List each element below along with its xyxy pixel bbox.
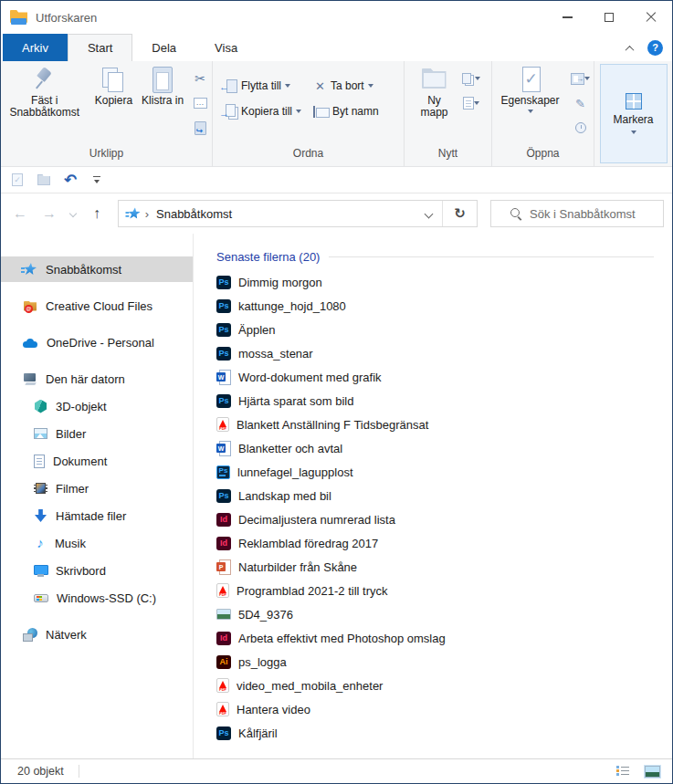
edit-button[interactable] xyxy=(569,92,593,114)
file-row-dimmig-morgon[interactable]: Dimmig morgon xyxy=(216,270,661,294)
file-row-kålfjäril[interactable]: Kålfjäril xyxy=(216,721,661,745)
copy-path-button[interactable] xyxy=(188,92,212,114)
file-row-landskap-med-bil[interactable]: Landskap med bil xyxy=(216,484,661,507)
ribbon: Fäst i Snabbåtkomst Kopiera Klistra in U… xyxy=(1,61,672,167)
search-input[interactable] xyxy=(530,207,663,221)
file-row-mossa-stenar[interactable]: mossa_stenar xyxy=(216,341,661,365)
search-box[interactable] xyxy=(490,200,664,227)
properties-label: Egenskaper xyxy=(500,95,559,107)
file-row-äpplen[interactable]: Äpplen xyxy=(216,318,661,341)
properties-button[interactable]: Egenskaper xyxy=(494,64,567,113)
rename-button[interactable]: Byt namn xyxy=(311,99,399,124)
paste-icon xyxy=(152,66,173,95)
tab-start[interactable]: Start xyxy=(68,34,132,61)
photoshop-file-icon xyxy=(216,347,231,361)
file-row-lunnefagel-lagupplost[interactable]: lunnefagel_lagupplost xyxy=(216,460,661,484)
delete-x-icon xyxy=(313,79,327,93)
new-item-button[interactable] xyxy=(459,92,483,114)
sidebar-item-bilder[interactable]: Bilder xyxy=(1,421,193,446)
windows-drive-icon xyxy=(34,594,48,602)
creative-cloud-icon xyxy=(23,299,37,313)
sidebar-item-creative-cloud-files[interactable]: Creative Cloud Files xyxy=(1,293,193,319)
sidebar-item-windows-ssd-c[interactable]: Windows-SSD (C:) xyxy=(1,585,193,611)
recent-locations-button[interactable] xyxy=(65,201,81,226)
photoshop-file-icon xyxy=(216,727,231,740)
history-button[interactable] xyxy=(569,117,593,139)
select-button[interactable]: Markera xyxy=(600,64,668,163)
tab-visa[interactable]: Visa xyxy=(195,34,257,61)
sidebar-item-snabbåtkomst[interactable]: Snabbåtkomst xyxy=(1,256,193,282)
tab-arkiv[interactable]: Arkiv xyxy=(3,34,68,61)
rename-label: Byt namn xyxy=(332,105,379,118)
file-row-reklamblad-föredrag-2017[interactable]: Reklamblad föredrag 2017 xyxy=(216,531,661,555)
tabrow-right: ? xyxy=(626,34,672,61)
sidebar-item-hämtade-filer[interactable]: Hämtade filer xyxy=(1,503,193,528)
file-row-5d4-9376[interactable]: 5D4_9376 xyxy=(216,602,661,626)
up-button[interactable] xyxy=(83,201,110,226)
sidebar-item-nätverk[interactable]: Nätverk xyxy=(1,622,193,647)
sidebar-item-dokument[interactable]: Dokument xyxy=(1,448,193,474)
new-folder-button[interactable]: Ny mapp xyxy=(414,64,456,119)
minimize-button[interactable] xyxy=(546,1,588,34)
move-to-button[interactable]: Flytta till xyxy=(218,73,311,99)
file-row-word-dokument-med-grafik[interactable]: Word-dokument med grafik xyxy=(216,365,661,389)
videos-icon xyxy=(34,483,47,494)
file-row-programblad-2021-2-till-tryck[interactable]: Programblad 2021-2 till tryck xyxy=(216,579,661,602)
forward-button[interactable] xyxy=(36,201,63,226)
paste-shortcut-button[interactable] xyxy=(188,117,212,139)
downloads-icon xyxy=(35,509,47,522)
sidebar-item-den-här-datorn[interactable]: Den här datorn xyxy=(1,366,193,392)
section-title[interactable]: Senaste filerna (20) xyxy=(216,250,320,264)
sidebar-item-filmer[interactable]: Filmer xyxy=(1,476,193,501)
paste-button[interactable]: Klistra in xyxy=(139,64,186,107)
details-view-button[interactable] xyxy=(612,762,634,780)
sidebar-item-skrivbord[interactable]: Skrivbord xyxy=(1,558,193,583)
address-bar[interactable]: Snabbåtkomst xyxy=(118,200,478,227)
tab-dela[interactable]: Dela xyxy=(132,34,195,61)
copy-to-button[interactable]: Kopiera till xyxy=(218,99,311,124)
thumbnails-view-button[interactable] xyxy=(641,762,663,780)
file-row-blanketter-och-avtal[interactable]: Blanketter och avtal xyxy=(216,436,661,460)
pin-to-quick-access-button[interactable]: Fäst i Snabbåtkomst xyxy=(1,64,89,119)
file-row-video-med-mobila-enheter[interactable]: video_med_mobila_enheter xyxy=(216,674,661,697)
file-name: 5D4_9376 xyxy=(238,608,293,622)
open-icon xyxy=(571,73,584,85)
properties-page-icon xyxy=(12,173,23,186)
breadcrumb-item[interactable]: Snabbåtkomst xyxy=(152,207,236,221)
back-button[interactable] xyxy=(6,201,34,226)
file-row-arbeta-effektivt-med-photoshop-omslag[interactable]: Arbeta effektivt med Photoshop omslag xyxy=(216,626,661,650)
file-name: Kålfjäril xyxy=(238,727,278,740)
file-row-blankett-anställning-f-tidsbegränsat[interactable]: Blankett Anställning F Tidsbegränsat xyxy=(216,413,661,436)
illustrator-file-icon xyxy=(216,655,231,669)
chevron-down-icon xyxy=(424,209,433,218)
delete-button[interactable]: Ta bort xyxy=(311,73,399,99)
sidebar-item-onedrive-personal[interactable]: OneDrive - Personal xyxy=(1,329,193,355)
file-row-ps-logga[interactable]: ps_logga xyxy=(216,650,661,674)
sidebar-item-musik[interactable]: Musik xyxy=(1,530,193,556)
qat-new-folder-button[interactable] xyxy=(34,170,54,190)
close-button[interactable] xyxy=(630,1,672,34)
open-button[interactable] xyxy=(569,68,593,89)
file-row-hantera-video[interactable]: Hantera video xyxy=(216,697,661,721)
qat-properties-button[interactable] xyxy=(7,170,27,190)
breadcrumb-chevron-icon[interactable] xyxy=(142,207,152,221)
copy-button[interactable]: Kopiera xyxy=(89,64,140,107)
file-row-decimaljustera-numrerad-lista[interactable]: Decimaljustera numrerad lista xyxy=(216,507,661,531)
easy-access-button[interactable] xyxy=(459,68,483,89)
address-dropdown-button[interactable] xyxy=(415,201,442,226)
pdf-file-icon xyxy=(216,583,229,598)
cut-button[interactable] xyxy=(188,68,212,89)
qat-customize-button[interactable] xyxy=(87,170,107,190)
file-row-kattunge-hojd-1080[interactable]: kattunge_hojd_1080 xyxy=(216,294,661,318)
sidebar-item-3d-objekt[interactable]: 3D-objekt xyxy=(1,393,193,419)
maximize-button[interactable] xyxy=(588,1,630,34)
file-row-naturbilder-från-skåne[interactable]: Naturbilder från Skåne xyxy=(216,555,661,579)
file-name: ps_logga xyxy=(238,655,287,669)
collapse-ribbon-button[interactable] xyxy=(626,41,633,55)
refresh-button[interactable] xyxy=(443,201,477,226)
help-button[interactable]: ? xyxy=(647,40,663,56)
qat-undo-button[interactable] xyxy=(60,170,80,190)
forward-arrow-icon xyxy=(42,205,57,222)
folder-icon xyxy=(37,174,50,185)
file-row-hjärta-sparat-som-bild[interactable]: Hjärta sparat som bild xyxy=(216,389,661,413)
